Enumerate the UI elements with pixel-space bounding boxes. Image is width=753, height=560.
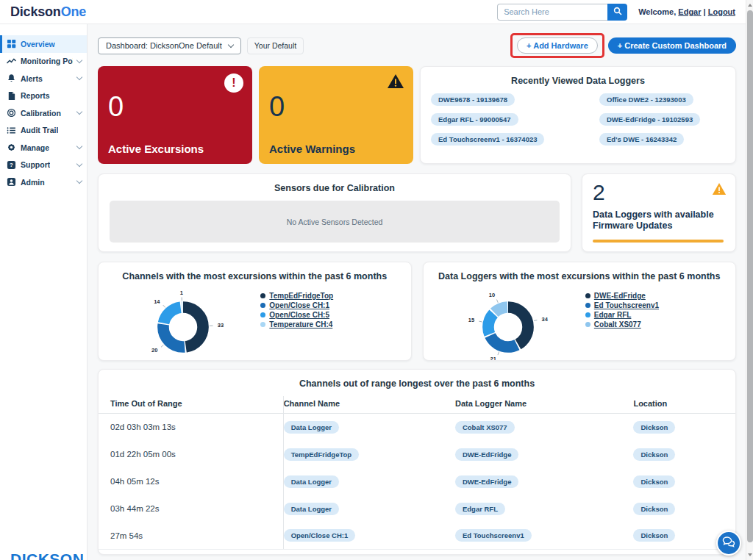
- sidebar-item-calibration[interactable]: Calibration: [0, 104, 87, 122]
- recently-viewed-title: Recently Viewed Data Loggers: [431, 76, 725, 86]
- location-chip[interactable]: Dickson: [633, 529, 675, 542]
- data-logger-name-chip[interactable]: DWE-EdFridge: [455, 448, 519, 461]
- legend-label-link[interactable]: DWE-EdFridge: [594, 292, 646, 300]
- data-logger-chip[interactable]: Office DWE2 - 12393003: [599, 93, 693, 106]
- location-chip[interactable]: Dickson: [633, 503, 675, 515]
- sidebar-item-monitoring-points[interactable]: Monitoring Points: [0, 53, 87, 71]
- legend-item: Cobalt XS077: [585, 320, 659, 329]
- annotation-red-box: + Add Hardware: [510, 33, 604, 58]
- firmware-updates-card[interactable]: 2 Data Loggers with available Firmware U…: [582, 173, 736, 252]
- scrollbar[interactable]: [746, 0, 753, 560]
- bell-icon: [7, 73, 16, 83]
- search-input[interactable]: [497, 4, 607, 21]
- location-chip[interactable]: Dickson: [633, 421, 675, 434]
- chevron-down-icon: [76, 57, 82, 63]
- sidebar-item-manage[interactable]: Manage: [0, 139, 87, 157]
- scroll-up-arrow[interactable]: [748, 4, 752, 7]
- legend-dot: [260, 312, 265, 317]
- channel-name-chip[interactable]: Data Logger: [284, 503, 339, 515]
- table-row: 27m 54sOpen/Close CH:1Ed Touchscreenv1Di…: [99, 523, 735, 550]
- chat-bubbles-icon: [721, 536, 736, 551]
- dashboard-toolbar: Dashboard: DicksonOne Default Your Defau…: [98, 33, 736, 58]
- chat-button[interactable]: [716, 531, 741, 556]
- data-logger-name-chip[interactable]: Cobalt XS077: [455, 421, 515, 434]
- active-excursions-card[interactable]: ! 0 Active Excursions: [98, 66, 252, 164]
- scroll-down-arrow[interactable]: [748, 553, 752, 556]
- svg-text:21: 21: [490, 356, 496, 361]
- legend-label-link[interactable]: Cobalt XS077: [594, 320, 641, 329]
- legend-label-link[interactable]: Temperature CH:4: [269, 320, 332, 329]
- calibration-card: Sensors due for Calibration No Active Se…: [98, 173, 571, 252]
- warning-triangle-icon: [387, 73, 404, 92]
- logout-link[interactable]: Logout: [708, 7, 735, 16]
- data-logger-chip[interactable]: DWE9678 - 19139678: [431, 93, 515, 106]
- svg-text:34: 34: [541, 316, 548, 323]
- data-logger-chip[interactable]: Ed Touchscreenv1 - 16374023: [431, 133, 544, 146]
- chevron-down-icon: [76, 161, 82, 167]
- legend-item: Open/Close CH:5: [260, 311, 333, 319]
- channel-name-chip[interactable]: Data Logger: [284, 421, 339, 434]
- channel-name-chip[interactable]: Data Logger: [284, 475, 339, 488]
- data-logger-name-chip-cell: DWE-EdFridge: [455, 441, 633, 468]
- monitoring-points-icon: [7, 57, 16, 66]
- legend-label-link[interactable]: Open/Close CH:1: [269, 301, 329, 309]
- time-out-of-range-value: 27m 54s: [99, 523, 283, 550]
- data-logger-chip[interactable]: DWE-EdFridge - 19102593: [599, 113, 700, 126]
- top-header: DicksonOne Welcome, Edgar | Logout: [0, 0, 746, 24]
- excursions-count: 0: [108, 93, 242, 121]
- active-warnings-card[interactable]: 0 Active Warnings: [259, 66, 413, 164]
- column-header-time: Time Out of Range: [99, 396, 283, 414]
- sidebar-item-label: Support: [21, 160, 50, 169]
- channels-excursions-chart-card: Channels with the most excursions within…: [98, 262, 412, 361]
- sidebar-item-audit-trail[interactable]: Audit Trail: [0, 122, 87, 140]
- calibration-title: Sensors due for Calibration: [110, 183, 560, 193]
- create-custom-dashboard-button[interactable]: + Create Custom Dashboard: [608, 37, 736, 54]
- add-hardware-button[interactable]: + Add Hardware: [517, 37, 598, 54]
- channel-name-chip[interactable]: Open/Close CH:1: [284, 529, 356, 542]
- dashboard-selector-value: Dashboard: DicksonOne Default: [106, 41, 222, 50]
- channel-name-chip[interactable]: TempEdFridgeTop: [284, 448, 360, 461]
- location-chip[interactable]: Dickson: [633, 448, 675, 461]
- location-chip-cell: Dickson: [633, 495, 735, 523]
- sidebar-item-admin[interactable]: Admin: [0, 173, 87, 191]
- data-logger-name-chip-cell: Ed Touchscreenv1: [455, 523, 633, 550]
- question-icon: ?: [7, 160, 16, 170]
- column-header-logger: Data Logger Name: [455, 396, 633, 414]
- sidebar-item-alerts[interactable]: Alerts: [0, 70, 87, 87]
- data-logger-name-chip[interactable]: DWE-EdFridge: [455, 475, 519, 488]
- your-default-badge: Your Default: [247, 37, 304, 54]
- data-logger-name-chip[interactable]: Ed Touchscreenv1: [455, 529, 532, 542]
- table-row: 02d 03h 03m 13sData LoggerCobalt XS077Di…: [99, 414, 735, 441]
- sidebar-item-label: Alerts: [21, 74, 43, 83]
- table-row: 01d 22h 05m 00sTempEdFridgeTopDWE-EdFrid…: [99, 441, 735, 468]
- legend-label-link[interactable]: Edgar RFL: [594, 311, 632, 319]
- channel-name-chip-cell: TempEdFridgeTop: [283, 441, 455, 468]
- column-header-location: Location: [633, 396, 735, 414]
- legend-item: Ed Touchscreenv1: [585, 301, 659, 309]
- user-name-link[interactable]: Edgar: [678, 7, 701, 16]
- location-chip[interactable]: Dickson: [633, 475, 675, 488]
- legend-label-link[interactable]: TempEdFridgeTop: [269, 292, 333, 300]
- scrollbar-thumb[interactable]: [747, 10, 753, 542]
- svg-text:?: ?: [10, 162, 13, 168]
- table-title: Channels out of range longest over the p…: [99, 378, 735, 389]
- dicksonone-logo[interactable]: DicksonOne: [10, 4, 86, 20]
- data-logger-name-chip[interactable]: Edgar RFL: [455, 503, 505, 515]
- sidebar-item-support[interactable]: ?Support: [0, 157, 87, 174]
- time-out-of-range-value: 02d 03h 03m 13s: [99, 414, 283, 441]
- legend-label-link[interactable]: Ed Touchscreenv1: [594, 301, 659, 309]
- loggers-donut-chart: 34211510: [431, 289, 585, 361]
- dashboard-selector[interactable]: Dashboard: DicksonOne Default: [98, 37, 241, 54]
- data-logger-chip[interactable]: Ed's DWE - 16243342: [599, 133, 684, 146]
- firmware-label: Data Loggers with available Firmware Upd…: [593, 209, 725, 232]
- search-button[interactable]: [607, 4, 627, 21]
- gear-icon: [7, 143, 16, 152]
- main-content: Dashboard: DicksonOne Default Your Defau…: [88, 24, 746, 560]
- sidebar-item-label: Monitoring Points: [21, 57, 73, 65]
- legend-label-link[interactable]: Open/Close CH:5: [269, 311, 329, 319]
- legend-dot: [260, 322, 265, 327]
- location-chip-cell: Dickson: [633, 468, 735, 495]
- sidebar-item-overview[interactable]: Overview: [0, 35, 87, 53]
- sidebar-item-reports[interactable]: Reports: [0, 87, 87, 105]
- data-logger-chip[interactable]: Edgar RFL - 99000547: [431, 113, 518, 126]
